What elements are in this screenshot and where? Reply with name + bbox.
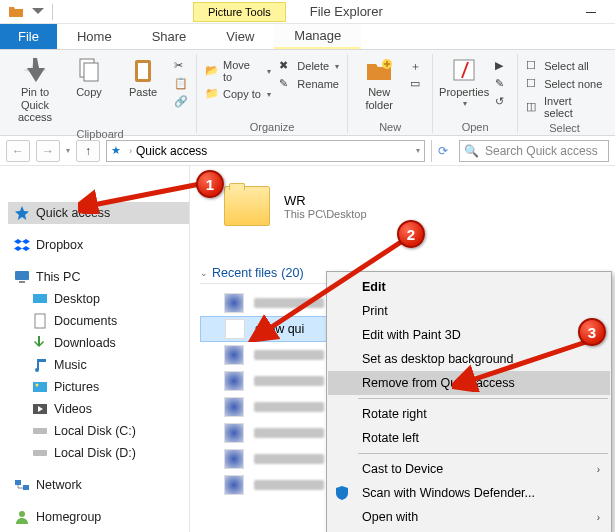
tab-manage[interactable]: Manage	[274, 24, 361, 49]
history-dropdown-icon[interactable]: ▾	[416, 146, 420, 155]
nav-videos[interactable]: Videos	[8, 398, 189, 420]
ctx-open-with-label: Open with	[362, 510, 418, 524]
ctx-divider	[358, 398, 608, 399]
new-folder-label: New folder	[356, 86, 402, 111]
edit-item-button[interactable]: ✎	[493, 76, 511, 92]
context-tab-picture-tools[interactable]: Picture Tools	[193, 2, 286, 22]
window-title: File Explorer	[310, 4, 383, 19]
group-label-select: Select	[524, 120, 605, 134]
videos-icon	[32, 401, 48, 417]
select-all-label: Select all	[544, 60, 589, 72]
copy-path-button[interactable]: 📋	[172, 76, 190, 92]
nav-local-disk-d-label: Local Disk (D:)	[54, 446, 136, 460]
nav-homegroup[interactable]: Homegroup	[8, 506, 189, 528]
new-item-button[interactable]: ＋	[408, 58, 426, 74]
svg-line-19	[88, 184, 200, 206]
paste-icon	[129, 56, 157, 84]
group-label-open: Open	[439, 119, 511, 133]
delete-button[interactable]: ✖ Delete ▾	[277, 58, 341, 74]
rename-button[interactable]: ✎ Rename	[277, 76, 341, 92]
refresh-button[interactable]: ⟳	[431, 140, 453, 162]
nav-videos-label: Videos	[54, 402, 92, 416]
image-thumbnail-icon	[224, 371, 244, 391]
forward-button[interactable]: →	[36, 140, 60, 162]
pin-to-quick-access-button[interactable]: Pin to Quick access	[10, 54, 60, 126]
nav-dropbox[interactable]: Dropbox	[8, 234, 189, 256]
address-box[interactable]: ★ › Quick access ▾	[106, 140, 425, 162]
nav-network[interactable]: Network	[8, 474, 189, 496]
nav-dropbox-label: Dropbox	[36, 238, 83, 252]
svg-rect-17	[23, 485, 29, 490]
history-button[interactable]: ↺	[493, 94, 511, 110]
chevron-down-icon: ⌄	[200, 268, 208, 278]
svg-rect-0	[586, 12, 596, 13]
copy-button[interactable]: Copy	[64, 54, 114, 101]
invert-selection-label: Invert select	[544, 95, 603, 119]
tab-home[interactable]: Home	[57, 24, 132, 49]
properties-button[interactable]: Properties ▾	[439, 54, 489, 110]
nav-desktop[interactable]: Desktop	[8, 288, 189, 310]
image-thumbnail-icon	[224, 345, 244, 365]
search-placeholder: Search Quick access	[485, 144, 598, 158]
quick-access-star-icon: ★	[111, 144, 121, 157]
nav-this-pc[interactable]: This PC	[8, 266, 189, 288]
nav-local-disk-d[interactable]: Local Disk (D:)	[8, 442, 189, 464]
shield-icon	[334, 485, 350, 501]
nav-downloads-label: Downloads	[54, 336, 116, 350]
pin-icon	[21, 56, 49, 84]
nav-pictures[interactable]: Pictures	[8, 376, 189, 398]
svg-rect-2	[84, 63, 98, 81]
svg-rect-9	[33, 294, 47, 303]
ribbon-group-open: Properties ▾ ▶ ✎ ↺ Open	[433, 54, 518, 133]
back-button[interactable]: ←	[6, 140, 30, 162]
chevron-down-icon: ▾	[267, 90, 271, 99]
minimize-button[interactable]	[571, 0, 611, 24]
ribbon-group-select: ☐ Select all ☐ Select none ◫ Invert sele…	[518, 54, 611, 133]
tab-file[interactable]: File	[0, 24, 57, 49]
ribbon-group-new: New folder ＋ ▭ New	[348, 54, 433, 133]
easy-access-button[interactable]: ▭	[408, 76, 426, 92]
select-none-button[interactable]: ☐ Select none	[524, 76, 605, 92]
ctx-rotate-left[interactable]: Rotate left	[328, 426, 610, 450]
invert-selection-button[interactable]: ◫ Invert select	[524, 94, 605, 120]
paste-shortcut-button[interactable]: 🔗	[172, 94, 190, 110]
cut-button[interactable]: ✂	[172, 58, 190, 74]
arrow-toggle-icon[interactable]	[30, 4, 46, 20]
tab-share[interactable]: Share	[132, 24, 207, 49]
ctx-scan-defender[interactable]: Scan with Windows Defender...	[328, 481, 610, 505]
select-none-icon: ☐	[526, 77, 540, 91]
navigation-pane: Quick access Dropbox This PC Desktop Doc…	[0, 166, 190, 532]
nav-documents[interactable]: Documents	[8, 310, 189, 332]
up-button[interactable]: ↑	[76, 140, 100, 162]
new-folder-button[interactable]: New folder	[354, 54, 404, 113]
annotation-badge-2: 2	[397, 220, 425, 248]
nav-local-disk-c[interactable]: Local Disk (C:)	[8, 420, 189, 442]
ctx-rotate-right[interactable]: Rotate right	[328, 402, 610, 426]
music-icon	[32, 357, 48, 373]
select-all-button[interactable]: ☐ Select all	[524, 58, 605, 74]
tab-view[interactable]: View	[206, 24, 274, 49]
svg-line-20	[264, 240, 404, 332]
svg-line-21	[466, 342, 586, 382]
recent-locations-button[interactable]: ▾	[66, 146, 70, 155]
nav-pictures-label: Pictures	[54, 380, 99, 394]
move-to-icon: 📂	[205, 64, 219, 78]
move-to-button[interactable]: 📂 Move to ▾	[203, 58, 273, 84]
nav-downloads[interactable]: Downloads	[8, 332, 189, 354]
search-input[interactable]: 🔍 Search Quick access	[459, 140, 609, 162]
folder-path: This PC\Desktop	[284, 208, 367, 220]
scissors-icon: ✂	[174, 59, 188, 73]
breadcrumb-quick-access[interactable]: Quick access	[136, 144, 207, 158]
ctx-defender-label: Scan with Windows Defender...	[362, 486, 535, 500]
ctx-cast-to-device[interactable]: Cast to Device ›	[328, 457, 610, 481]
copy-to-button[interactable]: 📁 Copy to ▾	[203, 86, 273, 102]
ctx-cast-label: Cast to Device	[362, 462, 443, 476]
ctx-open-with[interactable]: Open with ›	[328, 505, 610, 529]
image-thumbnail-icon	[224, 475, 244, 495]
open-item-button[interactable]: ▶	[493, 58, 511, 74]
select-none-label: Select none	[544, 78, 602, 90]
svg-rect-8	[19, 281, 25, 283]
paste-button[interactable]: Paste	[118, 54, 168, 101]
nav-network-label: Network	[36, 478, 82, 492]
nav-music[interactable]: Music	[8, 354, 189, 376]
